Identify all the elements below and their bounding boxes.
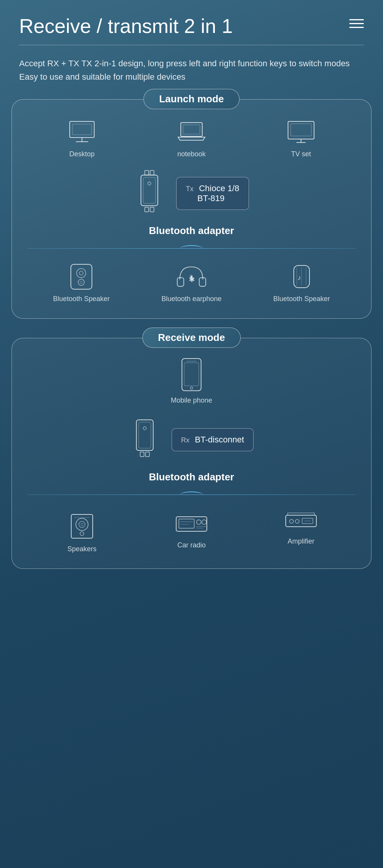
phone-icon: [178, 357, 205, 392]
device-bt-earphone: ✱ Bluetooth earphone: [161, 264, 221, 303]
bt-speaker2-label: Bluetooth Speaker: [273, 295, 330, 303]
receive-adapter-label: Bluetooth adapter: [149, 471, 234, 483]
launch-adapter-label: Bluetooth adapter: [149, 225, 234, 237]
svg-point-49: [196, 520, 201, 524]
svg-rect-53: [286, 515, 316, 527]
device-carradio: Car radio: [169, 510, 214, 549]
rx-adapter-status-box: Rx BT-disconnet: [172, 428, 254, 451]
svg-point-21: [80, 281, 82, 283]
description-line1: Accept RX + TX TX 2-in-1 design, long pr…: [19, 57, 364, 70]
tvset-label: TV set: [291, 150, 311, 158]
svg-rect-32: [184, 363, 199, 386]
svg-rect-22: [177, 278, 184, 287]
page-title: Receive / transmit 2 in 1: [19, 15, 233, 37]
svg-point-42: [81, 523, 83, 526]
svg-rect-38: [146, 452, 149, 457]
launch-bottom-devices: Bluetooth Speaker ✱ Bluetooth earphone: [27, 264, 356, 303]
adapter-status-box: Tx Chioce 1/8 BT-819: [176, 177, 249, 210]
notebook-label: notebook: [177, 150, 206, 158]
svg-point-40: [76, 518, 88, 531]
device-notebook: notebook: [169, 119, 214, 158]
notebook-icon: [176, 119, 207, 146]
receive-adapter: Rx BT-disconnet Bluetooth adapter: [27, 416, 356, 483]
device-amplifier: Amplifier: [278, 510, 324, 545]
svg-rect-35: [139, 422, 151, 448]
svg-point-54: [290, 519, 293, 523]
svg-point-18: [77, 269, 86, 278]
desktop-label: Desktop: [69, 150, 95, 158]
earphone-icon: ✱: [176, 264, 207, 290]
rx-status-text: BT-disconnet: [195, 435, 244, 444]
svg-point-55: [295, 519, 299, 523]
speaker2-icon: ♪: [286, 264, 317, 290]
speaker-icon: [66, 264, 97, 290]
svg-rect-5: [183, 125, 200, 134]
svg-rect-16: [150, 207, 154, 212]
launch-mode-label-wrapper: Launch mode: [143, 89, 239, 109]
launch-mode-label: Launch mode: [143, 89, 239, 109]
bt-earphone-label: Bluetooth earphone: [161, 295, 221, 303]
adapter-row: Tx Chioce 1/8 BT-819: [134, 170, 249, 217]
svg-point-19: [79, 271, 83, 275]
adapter-status-text: Chioce 1/8: [199, 183, 239, 193]
receive-mode-label-wrapper: Receive mode: [142, 328, 241, 348]
launch-adapter: Tx Chioce 1/8 BT-819 Bluetooth adapter: [27, 170, 356, 237]
svg-rect-13: [143, 177, 155, 203]
svg-rect-6: [288, 121, 314, 139]
svg-rect-34: [136, 420, 153, 450]
adapter-device-icon: [134, 170, 165, 217]
menu-button[interactable]: [349, 15, 364, 28]
device-bt-speaker2: ♪ Bluetooth Speaker: [273, 264, 330, 303]
adapter-model-text: BT-819: [197, 193, 224, 203]
svg-rect-4: [181, 123, 202, 136]
launch-top-devices: Desktop notebook: [27, 119, 356, 158]
svg-rect-10: [145, 170, 149, 175]
svg-rect-7: [291, 124, 311, 136]
svg-point-33: [190, 387, 193, 389]
svg-point-36: [143, 427, 146, 430]
svg-text:♪: ♪: [298, 274, 301, 282]
bt-speaker1-label: Bluetooth Speaker: [53, 295, 110, 303]
svg-point-50: [202, 520, 206, 524]
device-speakers: Speakers: [59, 510, 105, 553]
receive-mode-label: Receive mode: [142, 328, 241, 348]
rx-adapter-row: Rx BT-disconnet: [129, 416, 254, 463]
amplifier-icon: [284, 510, 318, 533]
desktop-icon: [67, 119, 97, 146]
svg-rect-46: [179, 519, 194, 528]
rx-adapter-device-icon: [129, 416, 160, 463]
svg-point-20: [78, 279, 84, 285]
description-line2: Easy to use and suitable for multiple de…: [19, 70, 364, 84]
svg-rect-0: [70, 121, 94, 138]
device-desktop: Desktop: [59, 119, 105, 158]
bottom-spacer: [0, 588, 383, 611]
speakers-icon: [67, 510, 97, 540]
wave-divider-receive: [27, 491, 356, 498]
tvset-icon: [286, 119, 316, 146]
receive-top-device: Mobile phone: [27, 357, 356, 405]
svg-rect-12: [141, 175, 158, 206]
wave-divider-launch: [27, 244, 356, 252]
receive-bottom-devices: Speakers Car radio: [27, 510, 356, 553]
svg-point-43: [80, 532, 84, 536]
receive-mode-section: Receive mode Mobile phone: [11, 338, 372, 569]
launch-mode-section: Launch mode Desktop: [11, 99, 372, 319]
rx-mode-text: Rx: [181, 436, 190, 444]
device-mobile: Mobile phone: [169, 357, 214, 405]
amplifier-label: Amplifier: [288, 537, 314, 545]
svg-rect-37: [140, 452, 144, 457]
svg-point-14: [148, 182, 151, 185]
mobile-label: Mobile phone: [171, 396, 212, 405]
svg-rect-11: [150, 170, 154, 175]
carradio-label: Car radio: [177, 541, 206, 549]
svg-rect-15: [145, 207, 149, 212]
svg-point-41: [79, 521, 85, 527]
device-tvset: TV set: [278, 119, 324, 158]
device-bt-speaker1: Bluetooth Speaker: [53, 264, 110, 303]
carradio-icon: [174, 510, 209, 537]
speakers-label: Speakers: [67, 545, 97, 553]
adapter-mode-text: Tx: [186, 185, 193, 193]
header: Receive / transmit 2 in 1: [0, 0, 383, 45]
svg-rect-3: [72, 124, 92, 135]
